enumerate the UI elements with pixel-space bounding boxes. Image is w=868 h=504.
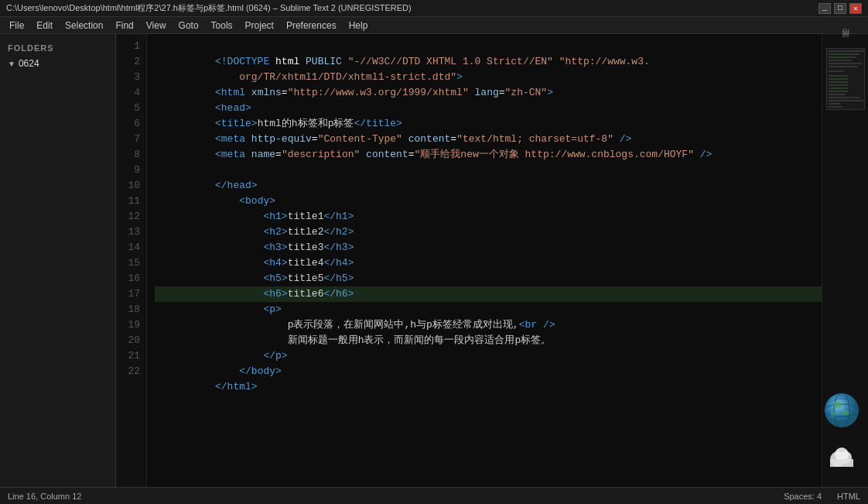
svg-rect-2 bbox=[829, 53, 859, 55]
menu-tools[interactable]: Tools bbox=[205, 17, 239, 33]
svg-rect-5 bbox=[829, 63, 863, 64]
svg-point-24 bbox=[842, 410, 849, 415]
sidebar-folder-0624[interactable]: ▼ 0624 bbox=[0, 56, 115, 71]
minimize-button[interactable]: _ bbox=[818, 3, 831, 14]
menu-view[interactable]: View bbox=[140, 17, 173, 33]
svg-rect-11 bbox=[829, 84, 848, 86]
cloud-icon bbox=[822, 437, 861, 476]
menu-goto[interactable]: Goto bbox=[173, 17, 205, 33]
svg-rect-15 bbox=[829, 97, 859, 98]
svg-rect-13 bbox=[829, 91, 848, 92]
main-layout: FOLDERS ▼ 0624 1 2 3 4 5 6 7 8 9 10 11 1… bbox=[0, 34, 868, 487]
code-content: 1 2 3 4 5 6 7 8 9 10 11 12 13 14 15 16 1… bbox=[116, 34, 822, 487]
line-num-5: 5 bbox=[116, 101, 146, 116]
menu-find[interactable]: Find bbox=[109, 17, 139, 33]
sidebar-folders-label: FOLDERS bbox=[0, 40, 115, 56]
window-controls: _ □ ✕ bbox=[818, 3, 862, 14]
line-num-7: 7 bbox=[116, 132, 146, 147]
line-num-19: 19 bbox=[116, 317, 146, 333]
minimap bbox=[826, 48, 865, 110]
line-num-1: 1 bbox=[116, 39, 146, 54]
menu-bar: File Edit Selection Find View Goto Tools… bbox=[0, 17, 868, 34]
status-bar: Line 16, Column 12 Spaces: 4 HTML bbox=[0, 487, 868, 504]
code-line-5: <title>html的h标签和p标签</title> bbox=[155, 101, 822, 116]
title-text: C:\Users\lenovo\Desktop\html\html程序2\27.… bbox=[6, 2, 412, 14]
line-num-9: 9 bbox=[116, 163, 146, 178]
svg-rect-7 bbox=[829, 70, 844, 72]
line-num-10: 10 bbox=[116, 178, 146, 194]
spaces-info: Spaces: 4 bbox=[784, 492, 822, 501]
right-panel: 网络 bbox=[822, 34, 868, 487]
svg-point-25 bbox=[831, 412, 837, 417]
menu-file[interactable]: File bbox=[3, 17, 30, 33]
line-num-21: 21 bbox=[116, 348, 146, 364]
folder-triangle-icon: ▼ bbox=[8, 60, 15, 68]
code-line-1: <!DOCTYPE html PUBLIC "-//W3C//DTD XHTML… bbox=[155, 39, 822, 54]
svg-rect-8 bbox=[829, 75, 848, 77]
network-label: 网络 bbox=[840, 42, 851, 43]
code-lines[interactable]: <!DOCTYPE html PUBLIC "-//W3C//DTD XHTML… bbox=[147, 34, 822, 487]
maximize-button[interactable]: □ bbox=[834, 3, 846, 14]
line-num-16: 16 bbox=[116, 271, 146, 286]
line-num-17: 17 bbox=[116, 286, 146, 302]
svg-rect-12 bbox=[829, 87, 848, 89]
line-num-12: 12 bbox=[116, 209, 146, 225]
line-num-15: 15 bbox=[116, 255, 146, 271]
svg-rect-3 bbox=[829, 57, 856, 58]
menu-edit[interactable]: Edit bbox=[30, 17, 59, 33]
line-num-18: 18 bbox=[116, 302, 146, 317]
menu-selection[interactable]: Selection bbox=[59, 17, 109, 33]
line-num-8: 8 bbox=[116, 147, 146, 163]
cursor-position: Line 16, Column 12 bbox=[8, 492, 81, 501]
line-num-20: 20 bbox=[116, 333, 146, 348]
minimap-preview bbox=[827, 49, 865, 110]
svg-rect-18 bbox=[829, 106, 842, 108]
close-button[interactable]: ✕ bbox=[849, 3, 862, 14]
line-num-6: 6 bbox=[116, 116, 146, 132]
svg-rect-1 bbox=[829, 50, 864, 52]
svg-rect-17 bbox=[829, 103, 840, 105]
line-num-11: 11 bbox=[116, 194, 146, 209]
folder-name: 0624 bbox=[19, 58, 39, 69]
svg-rect-9 bbox=[829, 78, 848, 80]
svg-rect-4 bbox=[829, 60, 852, 61]
menu-project[interactable]: Project bbox=[239, 17, 280, 33]
line-num-3: 3 bbox=[116, 70, 146, 85]
sidebar: FOLDERS ▼ 0624 bbox=[0, 34, 116, 487]
line-num-14: 14 bbox=[116, 240, 146, 255]
syntax-info: HTML bbox=[837, 492, 860, 501]
svg-rect-16 bbox=[829, 100, 863, 101]
code-line-9: </head> bbox=[155, 163, 822, 178]
svg-point-23 bbox=[833, 402, 842, 408]
svg-rect-10 bbox=[829, 81, 848, 83]
svg-rect-14 bbox=[829, 94, 846, 95]
line-numbers: 1 2 3 4 5 6 7 8 9 10 11 12 13 14 15 16 1… bbox=[116, 34, 147, 487]
line-num-4: 4 bbox=[116, 85, 146, 101]
svg-point-19 bbox=[825, 393, 859, 427]
globe-icon bbox=[822, 391, 861, 430]
globe-area bbox=[822, 391, 868, 487]
menu-help[interactable]: Help bbox=[343, 17, 374, 33]
svg-rect-29 bbox=[830, 459, 853, 467]
line-num-13: 13 bbox=[116, 225, 146, 240]
svg-rect-6 bbox=[829, 66, 858, 67]
line-num-2: 2 bbox=[116, 54, 146, 70]
title-bar: C:\Users\lenovo\Desktop\html\html程序2\27.… bbox=[0, 0, 868, 17]
line-num-22: 22 bbox=[116, 364, 146, 379]
code-area[interactable]: 1 2 3 4 5 6 7 8 9 10 11 12 13 14 15 16 1… bbox=[116, 34, 822, 487]
menu-preferences[interactable]: Preferences bbox=[280, 17, 343, 33]
